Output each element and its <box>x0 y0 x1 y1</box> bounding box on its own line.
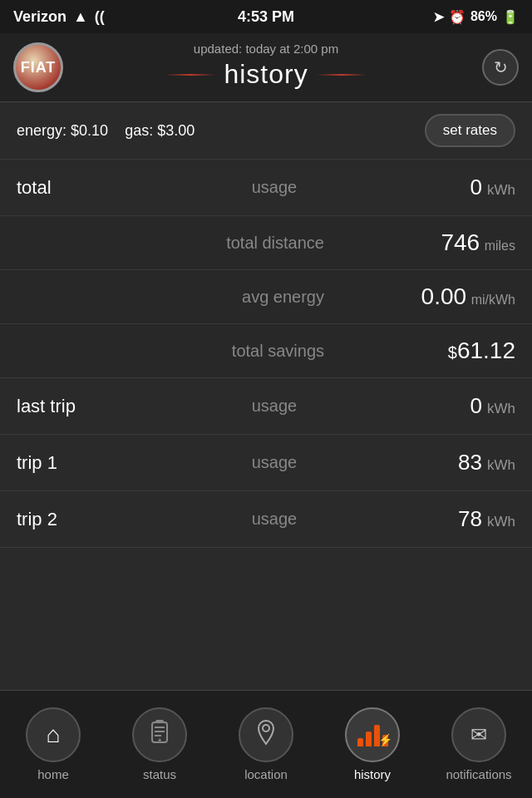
bar1 <box>357 738 363 746</box>
notifications-icon-wrap: ✉ <box>451 707 506 762</box>
trip1-value: 83 kWh <box>399 450 515 475</box>
rates-bar: energy: $0.10 gas: $3.00 set rates <box>0 102 532 160</box>
home-icon: ⌂ <box>47 722 61 748</box>
trip1-usage-label: usage <box>150 453 399 472</box>
nav-item-location[interactable]: location <box>213 707 319 781</box>
total-distance-value: 746 miles <box>349 229 515 256</box>
total-distance-row: total distance 746 miles <box>0 216 532 270</box>
trip2-value: 78 kWh <box>399 506 515 532</box>
energy-label: energy: <box>17 122 66 139</box>
lightning-icon: ⚡ <box>378 733 392 746</box>
total-savings-label: total savings <box>17 342 349 361</box>
nav-item-status[interactable]: + status <box>106 707 213 781</box>
title-row: history <box>13 59 519 90</box>
savings-dollar-sign: $ <box>448 343 457 362</box>
rates-text: energy: $0.10 gas: $3.00 <box>17 122 195 140</box>
trip2-kwh-value: 78 <box>458 506 482 531</box>
trip1-section: trip 1 usage 83 kWh <box>0 435 532 491</box>
svg-rect-2 <box>155 727 165 728</box>
savings-amount: 61.12 <box>457 337 515 363</box>
signal-icon: (( <box>95 8 105 26</box>
time-label: 4:53 PM <box>238 8 294 26</box>
gas-value: $3.00 <box>157 122 195 139</box>
bottom-nav: ⌂ home + status <box>0 690 532 798</box>
total-usage-label: usage <box>150 178 399 197</box>
svg-point-6 <box>263 725 269 732</box>
status-right: ➤ ⏰ 86% 🔋 <box>433 9 519 25</box>
trip1-label: trip 1 <box>17 452 150 474</box>
avg-energy-row: avg energy 0.00 mi/kWh <box>0 270 532 324</box>
history-nav-label: history <box>354 767 391 781</box>
trip2-row: trip 2 usage 78 kWh <box>0 491 532 547</box>
nav-item-home[interactable]: ⌂ home <box>0 707 106 781</box>
last-trip-usage-label: usage <box>150 397 399 416</box>
gas-label: gas: <box>125 122 153 139</box>
carrier-label: Verizon <box>13 8 66 26</box>
status-bar: Verizon ▲ (( 4:53 PM ➤ ⏰ 86% 🔋 <box>0 0 532 33</box>
bar2 <box>366 732 372 746</box>
app-header: FIAT updated: today at 2:00 pm history ↻ <box>0 33 532 102</box>
total-section: total usage 0 kWh total distance 746 mil… <box>0 160 532 378</box>
history-icon-wrap: ⚡ <box>345 707 400 762</box>
trip2-label: trip 2 <box>17 509 150 530</box>
total-value: 0 kWh <box>399 175 515 200</box>
avg-energy-label: avg energy <box>17 288 349 307</box>
trip1-kwh-unit: kWh <box>487 457 515 473</box>
trip1-row: trip 1 usage 83 kWh <box>0 435 532 490</box>
trip1-kwh-value: 83 <box>458 450 482 475</box>
total-kwh-unit: kWh <box>487 182 515 198</box>
total-row: total usage 0 kWh <box>0 160 532 216</box>
total-distance-label: total distance <box>17 234 349 253</box>
total-label: total <box>17 177 150 199</box>
trip2-section: trip 2 usage 78 kWh <box>0 491 532 548</box>
avg-energy-number: 0.00 <box>421 283 467 309</box>
battery-label: 86% <box>470 9 497 24</box>
location-nav-label: location <box>244 767 288 781</box>
refresh-button[interactable]: ↻ <box>482 49 519 86</box>
avg-energy-unit: mi/kWh <box>471 293 515 307</box>
home-nav-label: home <box>37 767 69 781</box>
alarm-icon: ⏰ <box>449 9 466 25</box>
location-icon-wrap <box>239 707 293 762</box>
energy-value: $0.10 <box>71 122 108 139</box>
distance-number: 746 <box>441 229 480 255</box>
avg-energy-value: 0.00 mi/kWh <box>349 283 515 310</box>
distance-unit: miles <box>485 239 515 253</box>
location-arrow-icon: ➤ <box>433 9 444 25</box>
set-rates-button[interactable]: set rates <box>425 114 515 147</box>
status-icon: + <box>150 720 170 750</box>
location-icon <box>256 719 276 751</box>
last-trip-value: 0 kWh <box>399 393 515 419</box>
title-left-line <box>165 74 215 76</box>
last-trip-label: last trip <box>17 396 150 417</box>
trip2-kwh-unit: kWh <box>487 514 515 530</box>
status-left: Verizon ▲ (( <box>13 8 105 26</box>
last-trip-section: last trip usage 0 kWh <box>0 378 532 435</box>
battery-icon: 🔋 <box>502 9 519 25</box>
nav-item-history[interactable]: ⚡ history <box>319 707 426 781</box>
notifications-icon: ✉ <box>470 723 487 746</box>
trip2-usage-label: usage <box>150 510 399 529</box>
wifi-icon: ▲ <box>73 8 88 26</box>
status-icon-wrap: + <box>132 707 187 762</box>
update-timestamp: updated: today at 2:00 pm <box>13 42 519 56</box>
svg-rect-3 <box>155 731 165 732</box>
home-icon-wrap: ⌂ <box>26 707 81 762</box>
last-trip-row: last trip usage 0 kWh <box>0 378 532 434</box>
notifications-nav-label: notifications <box>446 767 511 781</box>
total-savings-value: $61.12 <box>349 337 515 364</box>
status-nav-label: status <box>143 767 176 781</box>
total-savings-row: total savings $61.12 <box>0 324 532 377</box>
fiat-logo: FIAT <box>13 42 63 92</box>
last-trip-kwh-unit: kWh <box>487 401 515 416</box>
page-title: history <box>224 59 308 90</box>
total-kwh-value: 0 <box>470 175 481 200</box>
title-right-line <box>317 74 367 76</box>
svg-text:+: + <box>158 736 162 744</box>
nav-item-notifications[interactable]: ✉ notifications <box>426 707 532 781</box>
last-trip-kwh-value: 0 <box>470 393 481 418</box>
history-chart-icon: ⚡ <box>357 723 388 746</box>
